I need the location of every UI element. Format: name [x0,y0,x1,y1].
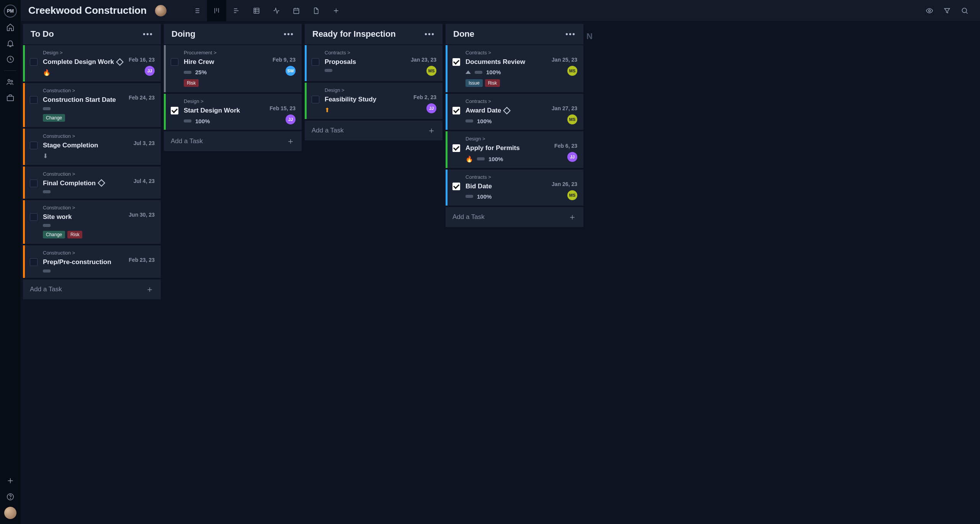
task-checkbox[interactable] [171,58,178,66]
left-rail: PM [0,0,21,524]
team-icon[interactable] [3,75,18,89]
view-list-icon[interactable] [187,0,206,21]
view-files-icon[interactable] [307,0,326,21]
priority-flame-icon: 🔥 [466,155,473,163]
view-gantt-icon[interactable] [227,0,246,21]
home-icon[interactable] [3,20,18,34]
view-sheet-icon[interactable] [247,0,266,21]
task-card[interactable]: Contracts >Bid Date100%Jan 26, 23MS [446,170,583,206]
assignee-avatar[interactable]: JJ [286,114,296,124]
column-menu-icon[interactable]: ••• [143,30,153,39]
task-card[interactable]: Construction >Final CompletionJul 4, 23 [23,167,161,199]
card-side: Jan 25, 23MS [545,50,577,87]
assignee-avatar[interactable]: MS [567,66,577,76]
task-card[interactable]: Construction >Stage Completion⬇Jul 3, 23 [23,129,161,165]
card-meta [325,69,404,72]
card-accent [23,83,25,127]
card-meta: 25% [184,69,263,75]
help-icon[interactable] [3,490,18,504]
card-accent [164,94,166,130]
card-tags: Change [43,114,122,122]
column-menu-icon[interactable]: ••• [284,30,294,39]
task-checkbox[interactable] [452,144,460,152]
assignee-avatar[interactable]: JJ [426,103,436,113]
progress-percent: 100% [488,156,503,162]
search-icon[interactable] [957,3,972,18]
assignee-avatar[interactable]: MS [567,190,577,200]
portfolio-icon[interactable] [3,91,18,105]
svg-point-2 [11,80,13,82]
card-date: Jul 3, 23 [134,140,155,146]
task-card[interactable]: Contracts >Award Date100%Jan 27, 23MS [446,94,583,130]
task-card[interactable]: Contracts >ProposalsJan 23, 23MS [305,45,443,81]
card-meta: 100% [466,69,545,75]
card-assignees: JJ [426,103,436,113]
assignee-avatar[interactable]: JJ [567,152,577,162]
tag: Risk [67,231,82,238]
add-task-button[interactable]: Add a Task＋ [305,121,443,140]
task-checkbox[interactable] [312,58,319,66]
card-side: Jul 3, 23 [122,133,155,160]
card-accent [305,83,307,119]
task-checkbox[interactable] [452,107,460,114]
column-menu-icon[interactable]: ••• [425,30,435,39]
task-card[interactable]: Design >Start Design Work100%Feb 15, 23J… [164,94,302,130]
card-accent [23,129,25,165]
add-task-label: Add a Task [30,286,62,293]
view-workload-icon[interactable] [267,0,286,21]
task-card[interactable]: Design >Complete Design Work🔥Feb 16, 23J… [23,45,161,82]
assignee-avatar[interactable]: SW [286,66,296,76]
task-card[interactable]: Design >Feasibility Study⬆Feb 2, 23JJ [305,83,443,119]
task-checkbox[interactable] [452,58,460,66]
project-avatar[interactable] [155,5,167,16]
view-add-icon[interactable] [327,0,346,21]
task-checkbox[interactable] [312,96,319,103]
notifications-icon[interactable] [3,36,18,51]
column-menu-icon[interactable]: ••• [565,30,576,39]
view-calendar-icon[interactable] [287,0,306,21]
column-header: To Do••• [23,24,161,45]
column-title: Ready for Inspection [312,29,396,39]
card-assignees: MS [426,66,436,76]
task-checkbox[interactable] [30,142,38,149]
progress-percent: 100% [486,69,501,75]
task-card[interactable]: Design >Apply for Permits🔥100%Feb 6, 23J… [446,131,583,168]
add-icon[interactable] [3,473,18,488]
add-task-button[interactable]: Add a Task＋ [164,131,302,151]
user-avatar[interactable] [3,506,18,520]
visibility-icon[interactable] [922,3,937,18]
column-body: Design >Complete Design Work🔥Feb 16, 23J… [23,45,161,524]
recent-icon[interactable] [3,52,18,67]
task-card[interactable]: Procurement >Hire Crew25%RiskFeb 9, 23SW [164,45,302,92]
filter-icon[interactable] [939,3,955,18]
assignee-avatar[interactable]: JJ [145,66,155,76]
task-card[interactable]: Construction >Site workChangeRiskJun 30,… [23,200,161,244]
milestone-icon [503,107,511,114]
card-accent [23,45,25,82]
add-task-button[interactable]: Add a Task＋ [23,279,161,299]
card-tags: IssueRisk [466,79,545,87]
card-meta [43,224,122,227]
card-side: Jan 23, 23MS [404,50,436,76]
add-task-button[interactable]: Add a Task＋ [446,207,583,227]
card-side: Feb 24, 23 [122,88,155,121]
view-board-icon[interactable] [207,0,226,21]
assignee-avatar[interactable]: MS [567,114,577,124]
progress-percent: 25% [195,69,207,75]
progress-bar-icon [477,157,485,160]
task-checkbox[interactable] [30,96,38,104]
card-side: Jul 4, 23 [122,171,155,193]
task-card[interactable]: Construction >Prep/Pre-constructionFeb 2… [23,245,161,278]
task-checkbox[interactable] [30,58,38,66]
task-checkbox[interactable] [30,180,38,187]
card-main: Construction >Site workChangeRisk [43,205,122,238]
task-card[interactable]: Contracts >Documents Review100%IssueRisk… [446,45,583,92]
assignee-avatar[interactable]: MS [426,66,436,76]
logo-pm[interactable]: PM [3,4,18,18]
card-title: Proposals [325,58,356,66]
task-checkbox[interactable] [30,213,38,221]
task-checkbox[interactable] [452,183,460,190]
task-card[interactable]: Construction >Construction Start DateCha… [23,83,161,127]
task-checkbox[interactable] [171,107,178,114]
task-checkbox[interactable] [30,258,38,266]
